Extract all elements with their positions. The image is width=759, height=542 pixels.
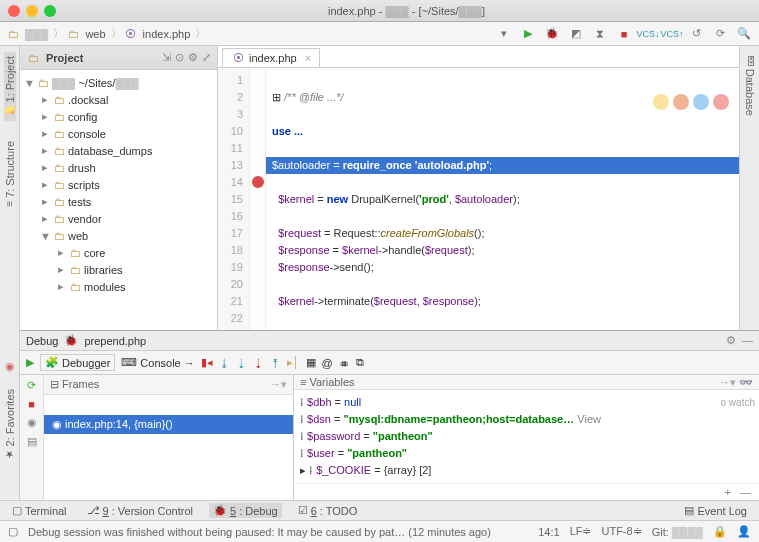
run-to-cursor-button[interactable]: ▸│ [287, 356, 300, 369]
run-config-dropdown[interactable]: ▾ [495, 25, 513, 43]
editor-tab[interactable]: ⦿ index.php × [222, 48, 320, 67]
lock-icon[interactable]: 🔒 [713, 525, 727, 538]
variables-list[interactable]: o watch ⁞ $dbh = null ⁞ $dsn = "mysql:db… [294, 390, 759, 483]
stack-frame[interactable]: ◉ index.php:14, {main}() [44, 415, 293, 434]
rerun-button[interactable]: ⟳ [27, 379, 36, 392]
line-separator[interactable]: LF≑ [570, 525, 592, 538]
firefox-icon[interactable] [673, 94, 689, 110]
chrome-icon[interactable] [653, 94, 669, 110]
stop-button[interactable]: ■ [28, 398, 35, 410]
breakpoint-icon[interactable] [252, 176, 264, 188]
pin-icon[interactable]: ⧉ [356, 356, 364, 369]
frames-nav-icon[interactable]: →▾ [270, 378, 287, 391]
resume-button[interactable]: ▶ [26, 356, 34, 369]
tree-item[interactable]: ▸🗀.docksal [20, 91, 217, 108]
twisty-icon[interactable]: ▸ [40, 212, 50, 225]
force-step-into-button[interactable]: ⭭ [253, 357, 264, 369]
layout-button[interactable]: ▤ [27, 435, 37, 448]
tree-item[interactable]: ▼🗀web [20, 227, 217, 244]
twisty-icon[interactable]: ▸ [40, 178, 50, 191]
structure-tool-tab[interactable]: ≡ 7: Structure [4, 137, 16, 210]
evaluate-button[interactable]: ▦ [306, 356, 316, 369]
tree-root-label[interactable]: ▒▒▒ ~/Sites/▒▒▒ [52, 77, 139, 89]
tree-item[interactable]: ▸🗀vendor [20, 210, 217, 227]
add-watch-button[interactable]: + — [294, 483, 759, 500]
twisty-icon[interactable]: ▸ [40, 110, 50, 123]
gear-icon[interactable]: ⚙ [188, 51, 198, 64]
hide-panel-button[interactable]: ⤢ [202, 51, 211, 64]
tree-item[interactable]: ▸🗀console [20, 125, 217, 142]
tree-item[interactable]: ▸🗀drush [20, 159, 217, 176]
tree-item[interactable]: ▸🗀database_dumps [20, 142, 217, 159]
status-icon[interactable]: ▢ [8, 525, 18, 538]
tree-item[interactable]: ▸🗀scripts [20, 176, 217, 193]
history-button[interactable]: ↺ [687, 25, 705, 43]
coverage-button[interactable]: ◩ [567, 25, 585, 43]
watches-icon[interactable]: 👓 [739, 376, 753, 388]
variable-row[interactable]: ⁞ $password = "pantheon" [300, 428, 753, 445]
breadcrumb-item[interactable]: ▒▒▒ [22, 28, 51, 40]
zoom-window-button[interactable] [44, 5, 56, 17]
twisty-icon[interactable]: ▸ [56, 280, 66, 293]
scroll-from-source-button[interactable]: ⊙ [175, 51, 184, 64]
project-tool-tab[interactable]: 📁 1: Project [4, 52, 16, 121]
search-button[interactable]: 🔍 [735, 25, 753, 43]
console-tab[interactable]: ⌨ Console → [121, 356, 194, 369]
debugger-tab[interactable]: 🧩 Debugger [40, 354, 115, 371]
breakpoint-gutter[interactable] [250, 68, 266, 330]
editor-body[interactable]: 123101113141516171819202122 ⊞ /** @file … [218, 68, 739, 330]
tree-item[interactable]: ▸🗀core [20, 244, 217, 261]
inspector-icon[interactable]: 👤 [737, 525, 751, 538]
gear-icon[interactable]: ⚙ [726, 334, 736, 347]
variable-row[interactable]: ⁞ $dbh = null [300, 394, 753, 411]
tree-item[interactable]: ▸🗀modules [20, 278, 217, 295]
debug-button[interactable]: 🐞 [543, 25, 561, 43]
hide-panel-button[interactable]: — [742, 334, 753, 347]
variable-row[interactable]: ▸ ⁞ $_COOKIE = {array} [2] [300, 462, 753, 479]
breadcrumb-item[interactable]: web [82, 28, 108, 40]
event-log-tab[interactable]: ▤ Event Log [680, 503, 751, 518]
close-window-button[interactable] [8, 5, 20, 17]
favorites-tool-tab[interactable]: ★ 2: Favorites [4, 389, 16, 460]
todo-tab[interactable]: ☑ 6: TODO [294, 503, 362, 518]
twisty-icon[interactable]: ▸ [56, 263, 66, 276]
twisty-icon[interactable]: ▸ [40, 127, 50, 140]
sync-button[interactable]: ⟳ [711, 25, 729, 43]
tree-item[interactable]: ▸🗀config [20, 108, 217, 125]
view-breakpoints-button[interactable]: ◉ [27, 416, 37, 429]
stop-button[interactable]: ■ [615, 25, 633, 43]
step-into-button[interactable]: ⭭ [236, 357, 247, 369]
tree-item[interactable]: ▸🗀tests [20, 193, 217, 210]
file-encoding[interactable]: UTF-8≑ [601, 525, 641, 538]
debug-tab[interactable]: 🐞 5: Debug [209, 503, 282, 518]
tree-item[interactable]: ▸🗀libraries [20, 261, 217, 278]
opera-icon[interactable] [713, 94, 729, 110]
line-number-gutter[interactable]: 123101113141516171819202122 [218, 68, 250, 330]
breadcrumb-item[interactable]: index.php [140, 28, 194, 40]
variable-row[interactable]: ⁞ $dsn = "mysql:dbname=pantheon;host=dat… [300, 411, 753, 428]
variable-row[interactable]: ⁞ $user = "pantheon" [300, 445, 753, 462]
profile-button[interactable]: ⧗ [591, 25, 609, 43]
project-tree[interactable]: ▼🗀▒▒▒ ~/Sites/▒▒▒ ▸🗀.docksal▸🗀config▸🗀co… [20, 70, 217, 330]
version-control-tab[interactable]: ⎇ 99: Version Control: Version Control [83, 503, 197, 518]
twisty-icon[interactable]: ▸ [40, 161, 50, 174]
mute-breakpoints-icon[interactable]: ◉ [5, 360, 15, 373]
vcs-commit-button[interactable]: VCS↑ [663, 25, 681, 43]
twisty-icon[interactable]: ▸ [40, 93, 50, 106]
database-tool-tab[interactable]: 🗄 Database [744, 52, 756, 120]
twisty-icon[interactable]: ▸ [40, 144, 50, 157]
terminal-tab[interactable]: ▢ Terminal [8, 503, 71, 518]
step-out-button[interactable]: ⭱ [270, 357, 281, 369]
safari-icon[interactable] [693, 94, 709, 110]
cursor-position[interactable]: 14:1 [538, 526, 559, 538]
twisty-icon[interactable]: ▼ [24, 77, 34, 89]
minimize-window-button[interactable] [26, 5, 38, 17]
twisty-icon[interactable]: ▸ [56, 246, 66, 259]
run-button[interactable]: ▶ [519, 25, 537, 43]
step-over-button[interactable]: ⭳ [219, 357, 230, 369]
vcs-update-button[interactable]: VCS↓ [639, 25, 657, 43]
collapse-all-button[interactable]: ⇲ [162, 51, 171, 64]
at-icon[interactable]: @ [322, 357, 333, 369]
git-branch[interactable]: Git: ▒▒▒▒ [652, 526, 703, 538]
close-tab-button[interactable]: × [305, 52, 311, 64]
